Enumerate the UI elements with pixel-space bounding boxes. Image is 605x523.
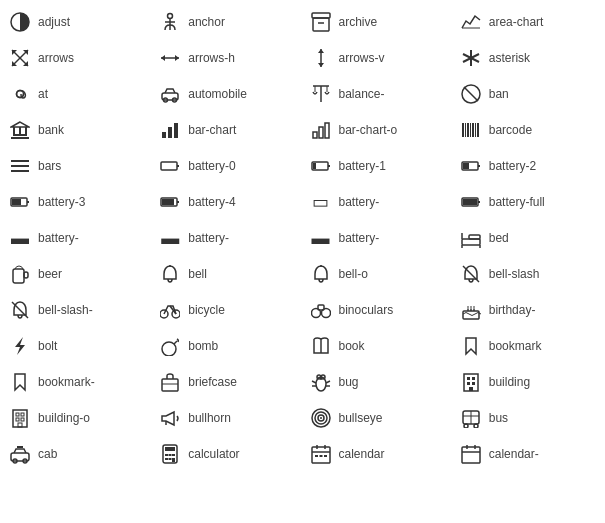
svg-rect-112: [469, 387, 473, 391]
list-item: calendar-: [453, 436, 603, 472]
building-o-icon: [8, 406, 32, 430]
svg-line-95: [174, 341, 177, 344]
list-item: archive: [303, 4, 453, 40]
svg-rect-39: [162, 132, 166, 138]
adjust-icon: [8, 10, 32, 34]
svg-rect-62: [463, 163, 469, 169]
svg-rect-51: [477, 123, 479, 137]
icon-label: battery-2: [489, 159, 536, 173]
list-item: bullhorn: [152, 400, 302, 436]
icon-label: calendar: [339, 447, 385, 461]
icon-label: asterisk: [489, 51, 530, 65]
barcode-icon: [459, 118, 483, 142]
icon-label: bell-slash: [489, 267, 540, 281]
icon-label: bed: [489, 231, 509, 245]
icon-label: bug: [339, 375, 359, 389]
icon-label: automobile: [188, 87, 247, 101]
svg-rect-50: [475, 123, 476, 137]
svg-marker-33: [11, 122, 29, 127]
bullhorn-icon: [158, 406, 182, 430]
svg-rect-72: [462, 239, 480, 245]
svg-point-1: [168, 14, 173, 19]
svg-rect-36: [13, 127, 15, 134]
automobile-icon: [158, 82, 182, 106]
icon-label: birthday-: [489, 303, 536, 317]
battery-4-icon: [158, 190, 182, 214]
svg-rect-44: [325, 123, 329, 138]
icon-grid: adjustanchorarchivearea-chartarrowsarrow…: [0, 0, 605, 476]
svg-rect-148: [462, 447, 480, 463]
list-item: bolt: [2, 328, 152, 364]
svg-rect-135: [165, 454, 168, 456]
bookmark-icon: [459, 334, 483, 358]
icon-label: area-chart: [489, 15, 544, 29]
bicycle-icon: [158, 298, 182, 322]
svg-rect-56: [177, 165, 179, 167]
arrows-icon: [8, 46, 32, 70]
list-item: birthday-: [453, 292, 603, 328]
area-chart-icon: [459, 10, 483, 34]
list-item: arrows: [2, 40, 152, 76]
list-item: battery-0: [152, 148, 302, 184]
list-item: battery-4: [152, 184, 302, 220]
list-item: barcode: [453, 112, 603, 148]
building-icon: [459, 370, 483, 394]
list-item: bank: [2, 112, 152, 148]
icon-label: balance-: [339, 87, 385, 101]
icon-label: anchor: [188, 15, 225, 29]
icon-label: bullseye: [339, 411, 383, 425]
icon-label: bolt: [38, 339, 57, 353]
bullseye-icon: [309, 406, 333, 430]
battery-2-icon: [459, 154, 483, 178]
list-item: battery-1: [303, 148, 453, 184]
list-item: binoculars: [303, 292, 453, 328]
list-item: battery-2: [453, 148, 603, 184]
bell-o-icon: [309, 262, 333, 286]
bug-icon: [309, 370, 333, 394]
icon-label: battery-1: [339, 159, 386, 173]
svg-rect-38: [25, 127, 27, 134]
list-item: balance-: [303, 76, 453, 112]
svg-rect-54: [11, 170, 29, 172]
battery--icon: ▬: [158, 226, 182, 250]
list-item: battery-3: [2, 184, 152, 220]
list-item: cab: [2, 436, 152, 472]
svg-rect-53: [11, 165, 29, 167]
svg-rect-136: [169, 454, 172, 456]
icon-label: battery-: [188, 231, 229, 245]
icon-label: adjust: [38, 15, 70, 29]
icon-label: arrows: [38, 51, 74, 65]
svg-line-100: [312, 381, 316, 383]
svg-rect-108: [467, 377, 470, 380]
list-item: ▭battery-: [303, 184, 453, 220]
battery-3-icon: [8, 190, 32, 214]
svg-rect-77: [13, 269, 24, 283]
briefcase-icon: [158, 370, 182, 394]
battery--icon: ▬: [8, 226, 32, 250]
battery--icon: ▬: [309, 226, 333, 250]
icon-label: calculator: [188, 447, 239, 461]
svg-rect-5: [313, 18, 329, 31]
ban-icon: [459, 82, 483, 106]
list-item: area-chart: [453, 4, 603, 40]
calendar-icon: [309, 442, 333, 466]
icon-label: battery-: [38, 231, 79, 245]
archive-icon: [309, 10, 333, 34]
svg-rect-61: [478, 165, 480, 167]
icon-label: arrows-v: [339, 51, 385, 65]
svg-rect-145: [315, 455, 318, 457]
icon-label: bookmark-: [38, 375, 95, 389]
icon-label: arrows-h: [188, 51, 235, 65]
list-item: bicycle: [152, 292, 302, 328]
svg-marker-93: [15, 337, 25, 355]
list-item: bar-chart: [152, 112, 302, 148]
list-item: bell: [152, 256, 302, 292]
icon-label: battery-: [339, 195, 380, 209]
svg-rect-64: [27, 201, 29, 203]
arrows-v-icon: [309, 46, 333, 70]
list-item: calendar: [303, 436, 453, 472]
list-item: ban: [453, 76, 603, 112]
svg-rect-41: [174, 123, 178, 138]
svg-rect-116: [16, 418, 19, 421]
icon-label: archive: [339, 15, 378, 29]
